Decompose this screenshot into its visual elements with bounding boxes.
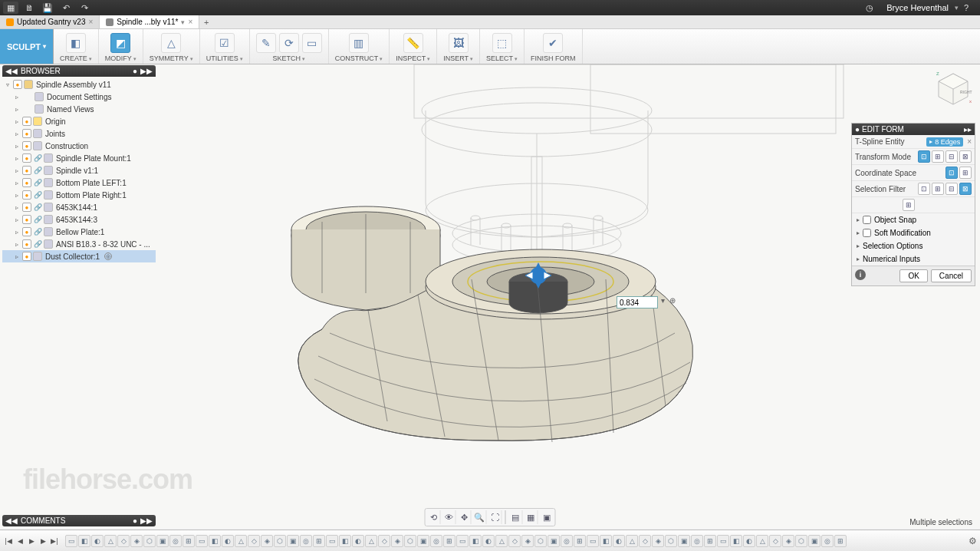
timeline-feature[interactable]: ⊞ <box>574 535 586 547</box>
tree-item[interactable]: 🔗Spindle Plate Mount:1 <box>2 152 156 164</box>
tool-icon[interactable]: 📏 <box>403 33 423 53</box>
tree-item[interactable]: Named Views <box>2 103 156 115</box>
timeline-feature[interactable]: ⊞ <box>704 535 716 547</box>
extra-filter-icon[interactable]: ⊞ <box>903 199 915 211</box>
section-checkbox[interactable] <box>863 216 871 224</box>
new-tab-button[interactable]: + <box>199 15 213 28</box>
option-button[interactable]: ⊡ <box>945 167 958 179</box>
tree-item[interactable]: 🔗Spindle v1:1 <box>2 164 156 177</box>
timeline-feature[interactable]: ⬡ <box>404 535 416 547</box>
ribbon-group-create[interactable]: ◧CREATE <box>54 29 99 64</box>
timeline-feature[interactable]: ▭ <box>456 535 469 547</box>
timeline-feature[interactable]: ▭ <box>65 535 77 547</box>
viewport-icon[interactable]: ▣ <box>540 510 554 524</box>
timeline-play-icon[interactable]: ▶ <box>26 536 37 546</box>
ribbon-group-select[interactable]: ⬚SELECT <box>480 29 525 64</box>
ribbon-group-construct[interactable]: ▥CONSTRUCT <box>329 29 390 64</box>
tool-icon[interactable]: △ <box>161 33 181 53</box>
tree-item[interactable]: Joints <box>2 127 156 140</box>
clear-selection-icon[interactable]: × <box>967 137 972 146</box>
section-checkbox[interactable] <box>863 229 871 237</box>
cancel-button[interactable]: Cancel <box>931 269 972 282</box>
timeline-feature[interactable]: ◧ <box>730 535 742 547</box>
timeline-feature[interactable]: ⬡ <box>143 535 156 547</box>
timeline-feature[interactable]: ◈ <box>130 535 143 547</box>
tool-icon[interactable]: ◧ <box>66 33 86 53</box>
timeline-next-icon[interactable]: ▶ <box>38 536 48 546</box>
selection-tag[interactable]: ▸ 8 Edges <box>926 137 963 147</box>
timeline-feature[interactable]: △ <box>756 535 768 547</box>
panel-header[interactable]: ● EDIT FORM ▸▸ <box>852 124 975 135</box>
panel-section[interactable]: ▸Soft Modification <box>852 226 975 239</box>
timeline-feature[interactable]: ◧ <box>469 535 482 547</box>
collapse-icon[interactable]: ▶▶ <box>140 67 153 75</box>
option-button[interactable]: ⊡ <box>918 183 930 195</box>
tool-icon[interactable]: ✔ <box>543 33 563 53</box>
tree-item[interactable]: 🔗Bellow Plate:1 <box>2 226 156 238</box>
tool-icon[interactable]: ▭ <box>302 33 322 53</box>
tree-item[interactable]: 🔗ANSI B18.3 - 8-32 UNC - ... <box>2 238 156 250</box>
timeline-feature[interactable]: ◈ <box>261 535 273 547</box>
timeline-feature[interactable]: ⬡ <box>665 535 677 547</box>
ribbon-group-sketch[interactable]: ✎⟳▭SKETCH <box>250 29 329 64</box>
ribbon-group-finish-form[interactable]: ✔FINISH FORM <box>525 29 583 64</box>
timeline-feature[interactable]: △ <box>495 535 508 547</box>
timeline-feature[interactable]: ▭ <box>326 535 338 547</box>
dimension-stepper-icon[interactable]: ▾ ⊕ <box>661 296 676 305</box>
timeline-feature[interactable]: ⬡ <box>274 535 286 547</box>
undo-icon[interactable]: ↶ <box>58 2 74 14</box>
timeline-feature[interactable]: ▣ <box>417 535 429 547</box>
document-tab-active[interactable]: Spindle ...bly v11* ▾ × <box>100 15 199 28</box>
tree-item[interactable]: 🔗Bottom Plate Right:1 <box>2 189 156 201</box>
timeline-feature[interactable]: ⬡ <box>534 535 547 547</box>
timeline-end-icon[interactable]: ▶| <box>49 536 60 546</box>
tool-icon[interactable]: ⬚ <box>492 33 512 53</box>
timeline-feature[interactable]: ⊞ <box>313 535 325 547</box>
timeline-settings-icon[interactable]: ⚙ <box>968 536 977 546</box>
ribbon-group-insert[interactable]: 🖼INSERT <box>437 29 480 64</box>
timeline-feature[interactable]: ⊞ <box>834 535 847 547</box>
option-button[interactable]: ⊡ <box>918 150 930 163</box>
ribbon-group-utilities[interactable]: ☑UTILITIES <box>200 29 250 64</box>
timeline-start-icon[interactable]: |◀ <box>3 536 14 546</box>
zoom-icon[interactable]: 🔍 <box>473 510 487 524</box>
panel-section[interactable]: ▸Selection Options <box>852 239 975 252</box>
option-button[interactable]: ⊟ <box>945 183 958 195</box>
timeline-feature[interactable]: ▣ <box>548 535 560 547</box>
ok-button[interactable]: OK <box>899 269 927 282</box>
pan-icon[interactable]: ✥ <box>458 510 472 524</box>
display-style-icon[interactable]: ▤ <box>509 510 523 524</box>
timeline-feature[interactable]: ⊞ <box>443 535 455 547</box>
timeline-prev-icon[interactable]: ◀ <box>15 536 25 546</box>
new-file-icon[interactable]: 🗎 <box>21 2 37 14</box>
save-icon[interactable]: 💾 <box>40 2 55 14</box>
help-icon[interactable]: ? <box>959 2 974 14</box>
timeline-feature[interactable]: ▭ <box>196 535 208 547</box>
timeline-feature[interactable]: △ <box>104 535 117 547</box>
timeline-feature[interactable]: ▭ <box>587 535 599 547</box>
redo-icon[interactable]: ↷ <box>77 2 92 14</box>
user-name[interactable]: Bryce Heventhal <box>886 3 949 12</box>
tree-root[interactable]: Spindle Assembly v11 <box>2 78 156 91</box>
orbit-icon[interactable]: ⟲ <box>427 510 441 524</box>
timeline-feature[interactable]: ◈ <box>782 535 794 547</box>
timeline-feature[interactable]: ◐ <box>91 535 104 547</box>
job-status-icon[interactable]: ◷ <box>862 2 877 14</box>
view-cube[interactable]: RIGHT Z x <box>934 69 972 107</box>
tree-item[interactable]: Dust Collector:1◎ <box>2 250 156 262</box>
timeline-feature[interactable]: ▣ <box>287 535 299 547</box>
timeline-feature[interactable]: ◐ <box>222 535 234 547</box>
grid-icon[interactable]: ▦ <box>525 510 538 524</box>
timeline-feature[interactable]: ▣ <box>156 535 169 547</box>
timeline-feature[interactable]: ◈ <box>521 535 534 547</box>
tool-icon[interactable]: ☑ <box>215 33 235 53</box>
timeline-feature[interactable]: ◈ <box>652 535 664 547</box>
tree-item[interactable]: Construction <box>2 140 156 152</box>
timeline-feature[interactable]: ◧ <box>600 535 612 547</box>
ribbon-group-symmetry[interactable]: △SYMMETRY <box>143 29 200 64</box>
expand-icon[interactable]: ▶▶ <box>140 516 153 525</box>
option-button[interactable]: ⊠ <box>959 150 972 163</box>
ribbon-group-inspect[interactable]: 📏INSPECT <box>390 29 437 64</box>
dimension-input[interactable] <box>617 296 658 308</box>
info-icon[interactable]: i <box>855 269 866 280</box>
